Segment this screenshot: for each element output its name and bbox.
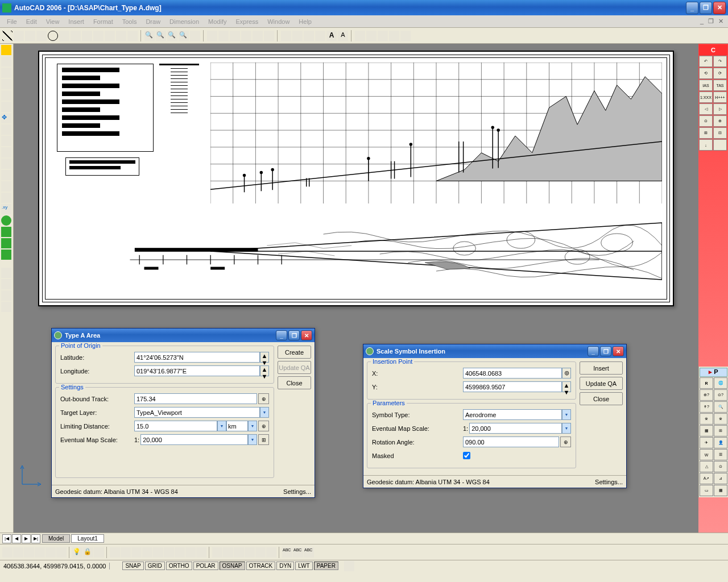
bt-18[interactable] xyxy=(196,547,206,558)
dialog-b-titlebar[interactable]: Scale Symbol Insertion _ ❐ ✕ xyxy=(363,344,626,358)
rp-btn-10[interactable]: ⊟ xyxy=(713,127,727,139)
rp2-16[interactable]: ⊙ xyxy=(714,461,727,472)
rp2-18[interactable]: ⊿ xyxy=(714,473,727,484)
toggle-snap[interactable]: SNAP xyxy=(122,562,143,570)
bt-5[interactable] xyxy=(46,547,56,558)
layer-combo-arrow[interactable]: ▼ xyxy=(260,407,269,418)
bt-15[interactable] xyxy=(164,547,174,558)
block-icon[interactable] xyxy=(230,31,240,41)
bt-13[interactable] xyxy=(142,547,152,558)
toggle-otrack[interactable]: OTRACK xyxy=(246,562,276,570)
maximize-button[interactable]: ❐ xyxy=(700,2,712,14)
zoom-previous-icon[interactable]: 🔍 xyxy=(167,31,177,41)
tool-rotate-icon[interactable] xyxy=(1,124,11,135)
tab-first[interactable]: |◀ xyxy=(2,534,11,543)
limit-pick-icon[interactable]: ⊕ xyxy=(258,421,269,431)
mdi-minimize[interactable]: _ xyxy=(699,18,705,25)
layer-icon[interactable] xyxy=(207,31,217,41)
bt-21[interactable] xyxy=(234,547,244,558)
y-input[interactable] xyxy=(463,381,562,392)
toggle-lwt[interactable]: LWT xyxy=(295,562,312,570)
rp2-9[interactable]: ▦ xyxy=(700,425,713,436)
close-button-a[interactable]: Close xyxy=(278,376,311,389)
menu-dimension[interactable]: Dimension xyxy=(165,17,204,26)
bt-7[interactable]: 💡 xyxy=(72,547,82,558)
region-icon[interactable] xyxy=(253,31,263,41)
scale-combo-b[interactable] xyxy=(469,423,562,434)
menu-format[interactable]: Format xyxy=(89,17,118,26)
dialog-b-maximize[interactable]: ❐ xyxy=(600,346,611,356)
rp-btn-11[interactable]: ↓ xyxy=(699,139,713,151)
rp2-4[interactable]: ⊙? xyxy=(714,389,727,401)
close-button[interactable]: ✕ xyxy=(713,2,726,14)
tab-model[interactable]: Model xyxy=(42,534,70,543)
track-pick-icon[interactable]: ⊕ xyxy=(258,393,269,404)
tool-stretch-icon[interactable] xyxy=(1,147,11,157)
bt-14[interactable] xyxy=(153,547,163,558)
dim-linear-icon[interactable] xyxy=(281,31,291,41)
menu-modify[interactable]: Modify xyxy=(204,17,231,26)
mdi-restore[interactable]: ❐ xyxy=(707,18,715,25)
tool-polyline-icon[interactable] xyxy=(14,31,24,41)
lat-input[interactable] xyxy=(134,352,260,363)
rot-pick-icon[interactable]: ⊕ xyxy=(560,436,571,447)
bt-23[interactable] xyxy=(255,547,266,558)
bt-24[interactable] xyxy=(266,547,276,558)
tool-pencil-icon[interactable] xyxy=(1,45,11,55)
update-qa-button-b[interactable]: Update QA xyxy=(580,377,623,390)
area-icon[interactable] xyxy=(389,31,399,41)
rp2-10[interactable]: ⊞ xyxy=(714,425,727,436)
bt-16[interactable] xyxy=(175,547,185,558)
bt-11[interactable] xyxy=(121,547,131,558)
tool-move-icon[interactable]: ✥ xyxy=(1,113,11,123)
scale-combo[interactable] xyxy=(140,434,248,445)
limit-unit[interactable] xyxy=(226,421,248,431)
tab-layout1[interactable]: Layout1 xyxy=(71,534,104,543)
tool-teapot-icon[interactable] xyxy=(1,227,11,237)
rp2-globe[interactable]: 🌐 xyxy=(714,377,727,389)
bt-17[interactable] xyxy=(185,547,196,558)
bt-8[interactable]: 🔒 xyxy=(83,547,93,558)
properties-icon[interactable] xyxy=(218,31,229,41)
rp2-7[interactable]: ※ xyxy=(700,413,713,425)
bt-25[interactable]: ABC xyxy=(282,547,292,558)
update-qa-button[interactable]: Update QA xyxy=(278,361,311,374)
tool-scale-icon[interactable] xyxy=(1,136,11,146)
tool-revcloud-icon[interactable] xyxy=(116,31,126,41)
bt-27[interactable]: ABC xyxy=(304,547,314,558)
pan-icon[interactable] xyxy=(190,31,200,41)
bt-6[interactable] xyxy=(56,547,67,558)
tool-solid-icon[interactable] xyxy=(1,250,11,260)
tool-point-icon[interactable] xyxy=(127,31,138,41)
bt-9[interactable] xyxy=(94,547,104,558)
scale-arrow-b[interactable]: ▼ xyxy=(562,423,571,434)
zoom-extents-icon[interactable]: 🔍 xyxy=(156,31,166,41)
menu-edit[interactable]: Edit xyxy=(22,17,42,26)
scale-calc-icon[interactable]: ⊞ xyxy=(258,434,269,445)
tool-arc-icon[interactable] xyxy=(59,31,69,41)
menu-view[interactable]: View xyxy=(42,17,64,26)
tab-next[interactable]: ▶ xyxy=(22,534,31,543)
rp-btn-ias[interactable]: IAS xyxy=(699,80,713,91)
lat-spinner[interactable]: ▲▼ xyxy=(260,352,269,363)
tool-rectangle-icon[interactable] xyxy=(93,31,104,41)
rp-btn-7[interactable]: ⊙ xyxy=(699,115,713,127)
rp2-14[interactable]: ☰ xyxy=(714,449,727,460)
rp-btn-scale[interactable]: 1:XXX xyxy=(699,92,713,103)
rp-btn-5[interactable]: ◁ xyxy=(699,103,713,115)
tool-xy-icon[interactable]: .xy xyxy=(1,204,11,214)
tool-offset-icon[interactable] xyxy=(1,90,11,101)
tool-circle-icon[interactable] xyxy=(48,31,58,41)
x-pick-icon[interactable]: ⊚ xyxy=(562,368,571,379)
rp2-17[interactable]: A↗ xyxy=(700,473,713,484)
tool-extend-icon[interactable] xyxy=(1,170,11,180)
limit-input[interactable] xyxy=(134,421,217,431)
bt-10[interactable] xyxy=(110,547,120,558)
rp-btn-3[interactable]: ⟲ xyxy=(699,68,713,79)
rp-btn-9[interactable]: ⊞ xyxy=(699,127,713,139)
create-button[interactable]: Create xyxy=(278,346,311,359)
toggle-polar[interactable]: POLAR xyxy=(193,562,218,570)
mask-checkbox[interactable] xyxy=(463,452,470,459)
tool-globe-icon[interactable] xyxy=(1,215,11,226)
tool-spline-icon[interactable] xyxy=(105,31,115,41)
